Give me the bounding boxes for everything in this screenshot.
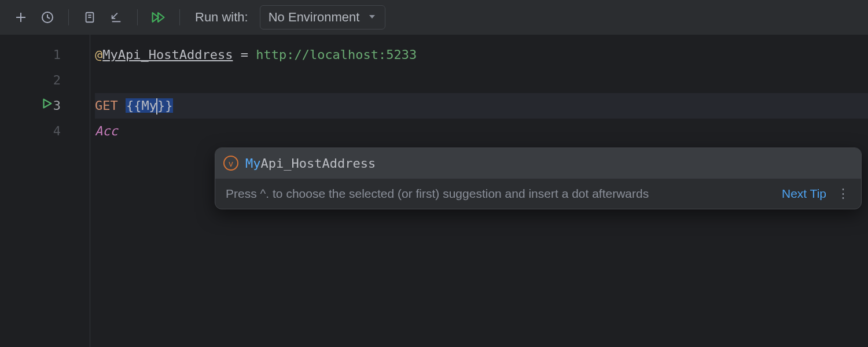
equals: = bbox=[233, 47, 256, 62]
run-request-icon[interactable] bbox=[41, 93, 53, 119]
variable-icon-letter: v bbox=[229, 158, 233, 168]
import-icon[interactable] bbox=[107, 8, 126, 27]
toolbar: Run with: No Environment bbox=[0, 0, 868, 35]
line-number: 2 bbox=[53, 68, 61, 93]
code-area[interactable]: @MyApi_HostAddress = http://localhost:52… bbox=[90, 35, 868, 347]
hint-text: Press ^. to choose the selected (or firs… bbox=[226, 187, 649, 201]
toolbar-separator bbox=[68, 9, 69, 25]
completion-popup: v MyApi_HostAddress Press ^. to choose t… bbox=[215, 147, 862, 209]
gutter-line: 2 bbox=[0, 68, 90, 93]
code-line bbox=[95, 68, 868, 93]
variable-name: MyApi_HostAddress bbox=[102, 47, 233, 62]
line-number: 1 bbox=[53, 42, 61, 68]
next-tip-link[interactable]: Next Tip bbox=[782, 187, 826, 201]
gutter-line: 4 bbox=[0, 119, 90, 144]
editor: 1 2 3 4 @MyApi_HostAddress = http://loca… bbox=[0, 35, 868, 347]
chevron-down-icon bbox=[367, 10, 377, 25]
gutter-line: 3 bbox=[0, 93, 90, 119]
toolbar-separator bbox=[179, 9, 180, 25]
gutter-line: 1 bbox=[0, 42, 90, 68]
more-icon[interactable]: ⋮ bbox=[837, 186, 851, 201]
code-line: @MyApi_HostAddress = http://localhost:52… bbox=[95, 42, 868, 68]
gutter: 1 2 3 4 bbox=[0, 35, 90, 347]
completion-hint: Press ^. to choose the selected (or firs… bbox=[215, 178, 861, 209]
at-sign: @ bbox=[95, 47, 102, 62]
svg-marker-9 bbox=[369, 15, 375, 19]
completion-match: My bbox=[245, 156, 261, 171]
environment-select[interactable]: No Environment bbox=[260, 5, 386, 29]
completion-item[interactable]: v MyApi_HostAddress bbox=[215, 148, 861, 178]
completion-rest: Api_HostAddress bbox=[261, 156, 376, 171]
add-request-icon[interactable] bbox=[12, 8, 30, 27]
http-method: GET bbox=[95, 98, 126, 113]
variable-value: http://localhost:5233 bbox=[256, 47, 417, 62]
code-line-current: GET {{My}} bbox=[95, 93, 868, 119]
examples-icon[interactable] bbox=[80, 8, 99, 27]
history-icon[interactable] bbox=[38, 8, 57, 27]
toolbar-separator bbox=[137, 9, 138, 25]
run-with-label: Run with: bbox=[195, 10, 248, 25]
template-open: {{ bbox=[126, 98, 142, 113]
environment-value: No Environment bbox=[269, 10, 360, 25]
code-line: Acc bbox=[95, 119, 868, 144]
variable-icon: v bbox=[223, 156, 238, 171]
run-all-icon[interactable] bbox=[149, 8, 168, 27]
line-number: 4 bbox=[53, 119, 61, 144]
typed-text: My bbox=[141, 98, 157, 113]
line-number: 3 bbox=[53, 93, 61, 119]
header-name: Acc bbox=[95, 124, 118, 138]
template-close: }} bbox=[157, 98, 173, 113]
svg-marker-10 bbox=[44, 99, 52, 108]
